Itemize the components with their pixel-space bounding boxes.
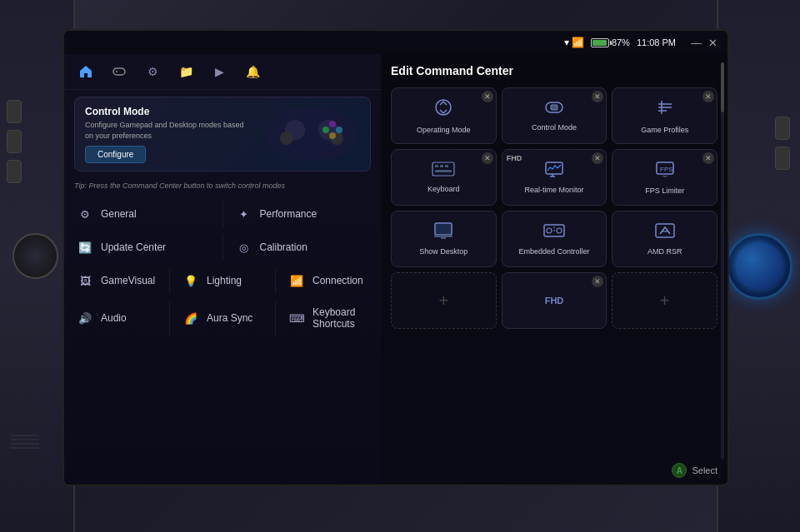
keyboard-cmd-icon bbox=[432, 162, 455, 181]
right-button-group bbox=[775, 117, 790, 170]
cmd-game-profiles[interactable]: ✕ Game Profiles bbox=[612, 87, 718, 144]
right-controller bbox=[717, 0, 800, 532]
configure-button[interactable]: Configure bbox=[85, 146, 146, 163]
hero-card-content: Control Mode Configure Gamepad and Deskt… bbox=[75, 97, 370, 172]
cmd-close-game-profiles[interactable]: ✕ bbox=[702, 91, 714, 102]
svg-rect-21 bbox=[445, 165, 448, 167]
cmd-operating-mode[interactable]: ✕ Operating Mode bbox=[391, 87, 497, 144]
svg-rect-19 bbox=[435, 165, 438, 167]
nav-icon-notifications[interactable]: 🔔 bbox=[243, 62, 262, 81]
cmd-control-mode[interactable]: ✕ Control Mode bbox=[502, 87, 608, 144]
cmd-show-desktop[interactable]: Show Desktop bbox=[391, 211, 497, 267]
cmd-keyboard[interactable]: ✕ Keyboard bbox=[391, 149, 497, 206]
keyboard-cmd-label: Keyboard bbox=[428, 185, 460, 194]
cmd-fhd-placeholder[interactable]: ✕ FHD bbox=[502, 272, 608, 329]
aura-icon: 🌈 bbox=[183, 311, 198, 326]
menu-row-1: ⚙ General ✦ Performance bbox=[64, 197, 381, 231]
battery-indicator: 87% bbox=[591, 37, 630, 47]
aura-label: Aura Sync bbox=[207, 312, 252, 324]
cmd-fps-limiter[interactable]: ✕ FPS FPS Limiter bbox=[612, 149, 718, 206]
calibration-label: Calibration bbox=[260, 241, 308, 253]
show-desktop-icon bbox=[433, 222, 453, 243]
close-button[interactable]: ✕ bbox=[708, 37, 718, 49]
cmd-close-operating-mode[interactable]: ✕ bbox=[482, 91, 493, 102]
nav-icon-home[interactable] bbox=[77, 62, 95, 81]
menu-item-keyboard-shortcuts[interactable]: ⌨ Keyboard Shortcuts bbox=[276, 297, 381, 339]
cmd-close-keyboard[interactable]: ✕ bbox=[482, 152, 493, 164]
game-profiles-label: Game Profiles bbox=[641, 126, 688, 135]
menu-item-aura-sync[interactable]: 🌈 Aura Sync bbox=[170, 297, 275, 339]
lighting-label: Lighting bbox=[207, 275, 242, 286]
screen: ▾ 📶 87% 11:08 PM — ✕ bbox=[62, 29, 729, 486]
menu-item-audio[interactable]: 🔊 Audio bbox=[64, 297, 169, 339]
add-icon-2: + bbox=[660, 291, 670, 311]
svg-rect-31 bbox=[441, 237, 446, 239]
left-speaker bbox=[10, 435, 39, 449]
cmd-close-realtime[interactable]: ✕ bbox=[592, 152, 603, 164]
right-button-2[interactable] bbox=[775, 147, 790, 170]
left-button-3[interactable] bbox=[7, 160, 22, 183]
left-button-1[interactable] bbox=[7, 100, 22, 123]
cmd-close-fps[interactable]: ✕ bbox=[702, 152, 714, 164]
nav-icon-media[interactable]: ▶ bbox=[210, 62, 228, 81]
menu-item-update-center[interactable]: 🔄 Update Center bbox=[64, 231, 222, 264]
hero-title: Control Mode bbox=[85, 106, 360, 117]
nav-icon-gamepad[interactable] bbox=[110, 62, 128, 81]
clock: 11:08 PM bbox=[637, 37, 676, 47]
cmd-close-fhd[interactable]: ✕ bbox=[592, 276, 603, 287]
operating-mode-label: Operating Mode bbox=[417, 126, 471, 135]
a-button[interactable]: A bbox=[672, 463, 687, 478]
cmd-add-1[interactable]: + bbox=[391, 272, 497, 329]
svg-text:FPS: FPS bbox=[660, 166, 673, 173]
add-icon-1: + bbox=[438, 291, 448, 311]
menu-grid: ⚙ General ✦ Performance 🔄 Update Center bbox=[64, 193, 381, 343]
menu-item-general[interactable]: ⚙ General bbox=[64, 197, 222, 231]
control-mode-label: Control Mode bbox=[532, 123, 577, 132]
audio-label: Audio bbox=[101, 312, 127, 324]
nav-icon-settings[interactable]: ⚙ bbox=[143, 62, 162, 81]
menu-item-gamevisual[interactable]: 🖼 GameVisual bbox=[64, 264, 169, 297]
scroll-thumb[interactable] bbox=[721, 62, 724, 112]
cmd-realtime-monitor[interactable]: ✕ FHD Real-time Monitor bbox=[502, 149, 608, 206]
calibration-icon: ◎ bbox=[237, 240, 252, 255]
cmd-close-control-mode[interactable]: ✕ bbox=[592, 91, 603, 102]
menu-item-connection[interactable]: 📶 Connection bbox=[276, 264, 381, 297]
wifi-icon: ▾ 📶 bbox=[564, 37, 584, 48]
left-button-group bbox=[7, 100, 22, 183]
svg-rect-29 bbox=[436, 224, 451, 234]
keyboard-shortcuts-label: Keyboard Shortcuts bbox=[312, 306, 368, 330]
cmd-add-2[interactable]: + bbox=[612, 272, 718, 329]
cmd-embedded-controller[interactable]: Embedded Controller bbox=[502, 211, 608, 267]
cmd-amd-rsr[interactable]: AMD RSR bbox=[612, 211, 718, 267]
nav-icon-folder[interactable]: 📁 bbox=[177, 62, 195, 81]
right-analog-stick[interactable] bbox=[726, 233, 792, 300]
embedded-controller-label: Embedded Controller bbox=[518, 247, 589, 256]
minimize-button[interactable]: — bbox=[691, 37, 702, 49]
right-button-1[interactable] bbox=[775, 117, 790, 140]
menu-item-lighting[interactable]: 💡 Lighting bbox=[170, 264, 275, 297]
scroll-track[interactable] bbox=[721, 62, 724, 460]
audio-icon: 🔊 bbox=[78, 311, 92, 326]
menu-item-performance[interactable]: ✦ Performance bbox=[223, 197, 382, 231]
svg-rect-30 bbox=[434, 235, 452, 237]
left-button-2[interactable] bbox=[7, 130, 22, 153]
svg-rect-23 bbox=[546, 162, 562, 174]
menu-item-calibration[interactable]: ◎ Calibration bbox=[223, 231, 382, 264]
svg-rect-22 bbox=[435, 170, 452, 172]
update-icon: 🔄 bbox=[78, 240, 92, 255]
svg-point-35 bbox=[557, 228, 562, 233]
fhd-badge: FHD bbox=[507, 154, 522, 162]
menu-row-4: 🔊 Audio 🌈 Aura Sync ⌨ Keyboard Shortcuts bbox=[64, 297, 381, 339]
command-grid: ✕ Operating Mode ✕ bbox=[391, 87, 718, 329]
lighting-icon: 💡 bbox=[183, 273, 198, 288]
update-label: Update Center bbox=[101, 241, 166, 253]
fps-limiter-label: FPS Limiter bbox=[645, 186, 684, 196]
keyboard-icon: ⌨ bbox=[289, 311, 304, 326]
hero-description: Configure Gamepad and Desktop modes base… bbox=[85, 120, 252, 141]
general-icon: ⚙ bbox=[78, 206, 92, 221]
realtime-monitor-label: Real-time Monitor bbox=[524, 186, 583, 195]
top-nav: ⚙ 📁 ▶ 🔔 bbox=[64, 54, 381, 90]
fps-limiter-icon: FPS bbox=[655, 160, 675, 182]
left-analog-stick[interactable] bbox=[12, 233, 58, 279]
connection-label: Connection bbox=[312, 275, 363, 286]
